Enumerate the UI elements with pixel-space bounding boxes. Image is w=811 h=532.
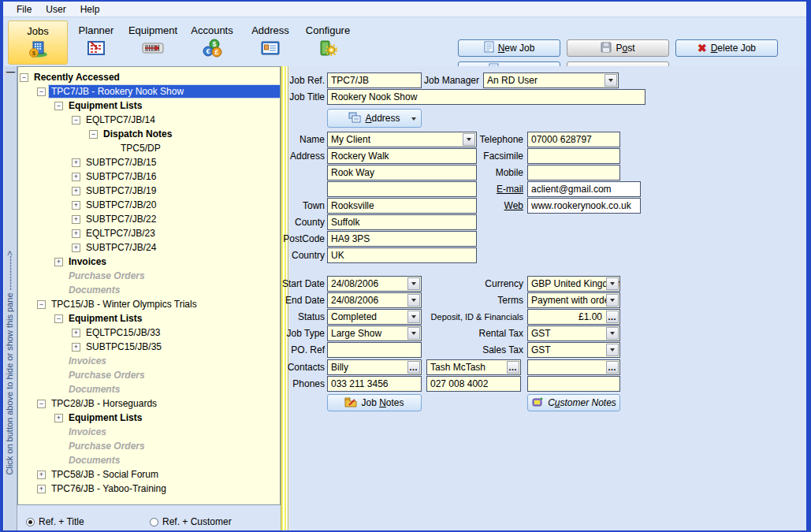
ref-customer-radio[interactable] xyxy=(150,518,158,526)
tree-item[interactable]: Purchase Orders xyxy=(18,439,280,453)
currency-combo[interactable]: GBP United Kingdom xyxy=(527,276,620,292)
tree-item-label[interactable]: TPC15/JB - Winter Olympics Trials xyxy=(49,298,280,311)
email-label[interactable]: E-mail xyxy=(497,181,523,197)
contact1-field[interactable]: Billy … xyxy=(327,359,422,375)
expand-icon[interactable]: + xyxy=(72,343,80,352)
country-field[interactable] xyxy=(327,247,477,263)
phone1-field[interactable] xyxy=(327,376,422,392)
hide-pane-button[interactable]: — xyxy=(5,68,17,78)
web-field[interactable] xyxy=(527,198,641,214)
tab-address[interactable]: Address xyxy=(246,20,295,65)
tree-item-label[interactable]: SUBTPC7/JB/16 xyxy=(84,170,280,183)
tree-item-label[interactable]: SUBTPC7/JB/15 xyxy=(84,156,280,169)
chevron-down-icon[interactable] xyxy=(407,277,420,290)
tree-item-label[interactable]: Purchase Orders xyxy=(66,369,280,381)
tree-item[interactable]: Purchase Orders xyxy=(18,368,280,382)
rental-tax-combo[interactable]: GST xyxy=(527,326,620,341)
tree-item-label[interactable]: Documents xyxy=(66,383,280,396)
tree-item-label[interactable]: TPC28/JB - Horseguards xyxy=(49,397,280,410)
ellipsis-button[interactable]: … xyxy=(606,361,619,374)
tree-item-label[interactable]: TPC7/JB - Rookery Nook Show xyxy=(49,85,280,98)
chevron-down-icon[interactable] xyxy=(606,344,619,356)
tree-item[interactable]: +EQLTPC7/JB/23 xyxy=(18,226,280,240)
job-type-combo[interactable]: Large Show xyxy=(327,326,422,341)
chevron-down-icon[interactable] xyxy=(407,327,420,340)
tree-item[interactable]: −Dispatch Notes xyxy=(18,127,280,141)
job-ref-field[interactable] xyxy=(327,73,422,88)
tree-item[interactable]: Purchase Orders xyxy=(18,269,280,283)
tree-item-label[interactable]: EQLTPC7/JB/14 xyxy=(84,113,280,126)
tree-item-label[interactable]: Dispatch Notes xyxy=(101,128,280,140)
telephone-field[interactable] xyxy=(527,132,620,147)
county-field[interactable] xyxy=(327,214,477,230)
facsimile-field[interactable] xyxy=(527,148,620,164)
tree-item-label[interactable]: SUBTPC7/JB/22 xyxy=(84,213,280,225)
chevron-down-icon[interactable] xyxy=(605,74,617,87)
tree-item[interactable]: −TPC15/JB - Winter Olympics Trials xyxy=(18,297,280,311)
tree-item-label[interactable]: Invoices xyxy=(66,255,280,268)
collapse-icon[interactable]: − xyxy=(20,73,28,82)
tree-item[interactable]: +SUBTPC7/JB/24 xyxy=(18,240,280,255)
menu-user[interactable]: User xyxy=(39,2,73,17)
tree-item-label[interactable]: Equipment Lists xyxy=(66,99,280,112)
expand-icon[interactable]: + xyxy=(72,329,80,337)
ellipsis-button[interactable]: … xyxy=(507,361,519,374)
chevron-down-icon[interactable] xyxy=(407,294,420,307)
town-field[interactable] xyxy=(327,198,477,214)
tree-item[interactable]: −Recently Accessed xyxy=(18,70,280,84)
tree-item[interactable]: +SUBTPC7/JB/15 xyxy=(18,155,280,169)
tree-item-label[interactable]: Documents xyxy=(66,284,280,296)
post-button[interactable]: Post xyxy=(567,39,669,57)
collapse-icon[interactable]: − xyxy=(54,314,63,323)
status-combo[interactable]: Completed xyxy=(327,309,422,325)
tree-item[interactable]: −Equipment Lists xyxy=(18,311,280,326)
tree-item[interactable]: Invoices xyxy=(18,354,280,368)
tree-item[interactable]: +Equipment Lists xyxy=(18,411,280,425)
tree-item[interactable]: TPC5/DP xyxy=(18,141,280,155)
tree-item[interactable]: −TPC28/JB - Horseguards xyxy=(18,396,280,411)
tree-item-label[interactable]: Invoices xyxy=(66,426,280,438)
chevron-down-icon[interactable] xyxy=(606,327,619,340)
customer-notes-button[interactable]: Customer Notes xyxy=(527,394,620,411)
new-job-button[interactable]: New Job xyxy=(458,39,560,57)
tree-item-label[interactable]: Purchase Orders xyxy=(66,270,280,282)
phone2-field[interactable] xyxy=(426,376,521,392)
tree-item[interactable]: +SUBTPC15/JB/35 xyxy=(18,340,280,354)
collapse-icon[interactable]: − xyxy=(37,400,46,408)
tree-item-label[interactable]: TPC76/JB - Yaboo-Training xyxy=(49,482,280,495)
postcode-field[interactable] xyxy=(327,231,477,247)
expand-icon[interactable]: + xyxy=(72,215,80,224)
tree-item-label[interactable]: Purchase Orders xyxy=(66,440,280,452)
expand-icon[interactable]: + xyxy=(72,187,80,195)
menu-help[interactable]: Help xyxy=(73,2,107,17)
po-ref-field[interactable] xyxy=(327,342,422,358)
collapse-icon[interactable]: − xyxy=(89,130,98,139)
tree-item-label[interactable]: SUBTPC7/JB/20 xyxy=(84,199,280,211)
ref-title-radio[interactable] xyxy=(26,518,35,526)
address-button[interactable]: Address xyxy=(327,109,422,128)
delete-job-button[interactable]: ✖ Delete Job xyxy=(675,39,778,57)
expand-icon[interactable]: + xyxy=(37,485,46,493)
expand-icon[interactable]: + xyxy=(54,258,63,266)
tree-item[interactable]: −TPC7/JB - Rookery Nook Show xyxy=(18,84,280,99)
tree-item[interactable]: +SUBTPC7/JB/16 xyxy=(18,169,280,184)
tree-item-label[interactable]: TPC58/JB - Social Forum xyxy=(49,468,280,481)
tree-item[interactable]: +EQLTPC15/JB/33 xyxy=(18,326,280,340)
expand-icon[interactable]: + xyxy=(72,244,80,252)
terms-combo[interactable]: Payment with order xyxy=(527,292,620,308)
expand-icon[interactable]: + xyxy=(72,158,80,167)
collapse-icon[interactable]: − xyxy=(54,102,63,110)
tree-item-label[interactable]: Recently Accessed xyxy=(32,71,280,84)
tree-item[interactable]: Documents xyxy=(18,283,280,297)
tree-item[interactable]: +TPC58/JB - Social Forum xyxy=(18,467,280,482)
expand-icon[interactable]: + xyxy=(72,201,80,210)
expand-icon[interactable]: + xyxy=(37,471,46,479)
tree-item[interactable]: Documents xyxy=(18,453,280,467)
contact3-field[interactable]: … xyxy=(527,359,620,375)
collapse-icon[interactable]: − xyxy=(72,116,80,125)
tree-item-label[interactable]: Equipment Lists xyxy=(66,312,280,325)
deposit-field[interactable]: £1.00 … xyxy=(527,309,620,325)
tree-item-label[interactable]: SUBTPC7/JB/19 xyxy=(84,184,280,197)
job-manager-combo[interactable]: An RD User xyxy=(483,73,619,88)
web-label[interactable]: Web xyxy=(504,198,523,214)
